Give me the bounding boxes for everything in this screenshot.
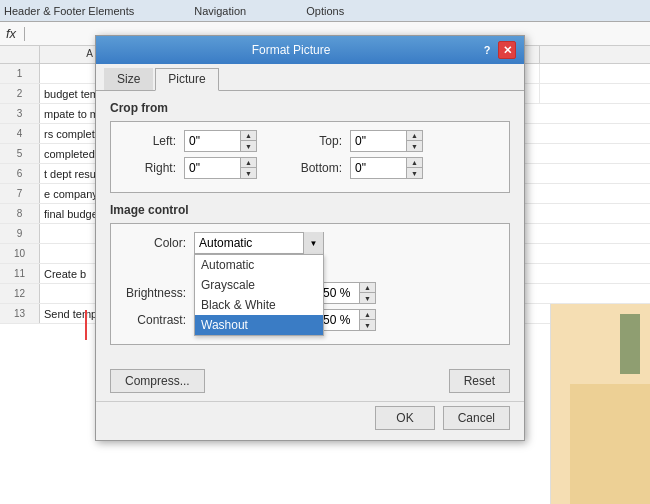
- image-shape: [570, 384, 650, 504]
- row-num: 13: [0, 304, 40, 323]
- color-option-bw[interactable]: Black & White: [195, 295, 323, 315]
- dialog-ok-cancel-row: OK Cancel: [96, 401, 524, 440]
- crop-top-row: Top: ▲ ▼: [287, 130, 423, 152]
- crop-right-label: Right:: [121, 161, 176, 175]
- row-num: 2: [0, 84, 40, 103]
- ok-button[interactable]: OK: [375, 406, 434, 430]
- contrast-input[interactable]: ▲ ▼: [318, 309, 376, 331]
- row-num: 4: [0, 124, 40, 143]
- image-control-section: Color: Automatic ▼ Automatic Grayscale B…: [110, 223, 510, 345]
- crop-top-down[interactable]: ▼: [407, 141, 422, 151]
- crop-top-label: Top:: [287, 134, 342, 148]
- dialog-tabs: Size Picture: [96, 64, 524, 91]
- compress-button[interactable]: Compress...: [110, 369, 205, 393]
- row-num: 12: [0, 284, 40, 303]
- crop-section: Left: ▲ ▼ Right:: [110, 121, 510, 193]
- row-num: 9: [0, 224, 40, 243]
- image-placeholder: [550, 304, 650, 504]
- cancel-button[interactable]: Cancel: [443, 406, 510, 430]
- color-dropdown-list: Automatic Grayscale Black & White Washou…: [194, 254, 324, 336]
- crop-bottom-row: Bottom: ▲ ▼: [287, 157, 423, 179]
- crop-right-input[interactable]: ▲ ▼: [184, 157, 257, 179]
- crop-section-label: Crop from: [110, 101, 510, 115]
- ribbon-bar: Header & Footer Elements Navigation Opti…: [0, 0, 650, 22]
- crop-right-up[interactable]: ▲: [241, 158, 256, 168]
- ribbon-section-2: Navigation: [194, 5, 246, 17]
- brightness-up[interactable]: ▲: [360, 283, 375, 293]
- dialog-titlebar: Format Picture ? ✕: [96, 36, 524, 64]
- dialog-footer-row: Compress... Reset: [96, 365, 524, 401]
- color-option-automatic[interactable]: Automatic: [195, 255, 323, 275]
- help-button[interactable]: ?: [478, 41, 496, 59]
- ribbon-section-1: Header & Footer Elements: [4, 5, 134, 17]
- contrast-label: Contrast:: [121, 313, 186, 327]
- ribbon-section-3: Options: [306, 5, 344, 17]
- color-row: Color: Automatic ▼ Automatic Grayscale B…: [121, 232, 499, 254]
- color-selected-value: Automatic: [195, 236, 303, 250]
- crop-left-label: Left:: [121, 134, 176, 148]
- color-dropdown-container: Automatic ▼ Automatic Grayscale Black & …: [194, 232, 324, 254]
- crop-left-input[interactable]: ▲ ▼: [184, 130, 257, 152]
- crop-left-down[interactable]: ▼: [241, 141, 256, 151]
- crop-top-spinners: ▲ ▼: [406, 131, 422, 151]
- crop-bottom-input[interactable]: ▲ ▼: [350, 157, 423, 179]
- close-button[interactable]: ✕: [498, 41, 516, 59]
- crop-bottom-down[interactable]: ▼: [407, 168, 422, 178]
- image-control-section-label: Image control: [110, 203, 510, 217]
- row-num: 5: [0, 144, 40, 163]
- column-indicator: [85, 310, 87, 340]
- crop-left-up[interactable]: ▲: [241, 131, 256, 141]
- row-num: 6: [0, 164, 40, 183]
- crop-right-field[interactable]: [185, 158, 240, 178]
- brightness-input[interactable]: ▲ ▼: [318, 282, 376, 304]
- tab-size[interactable]: Size: [104, 68, 153, 90]
- crop-top-input[interactable]: ▲ ▼: [350, 130, 423, 152]
- tab-picture[interactable]: Picture: [155, 68, 218, 91]
- image-accent: [620, 314, 640, 374]
- contrast-down[interactable]: ▼: [360, 320, 375, 330]
- crop-bottom-spinners: ▲ ▼: [406, 158, 422, 178]
- crop-bottom-label: Bottom:: [287, 161, 342, 175]
- dialog-content: Crop from Left: ▲ ▼: [96, 91, 524, 365]
- row-num: 7: [0, 184, 40, 203]
- brightness-field[interactable]: [319, 283, 359, 303]
- crop-top-up[interactable]: ▲: [407, 131, 422, 141]
- row-num: 11: [0, 264, 40, 283]
- brightness-spinners: ▲ ▼: [359, 283, 375, 303]
- row-num-header: [0, 46, 40, 63]
- crop-bottom-up[interactable]: ▲: [407, 158, 422, 168]
- titlebar-right-controls: ? ✕: [478, 41, 516, 59]
- color-option-grayscale[interactable]: Grayscale: [195, 275, 323, 295]
- contrast-field[interactable]: [319, 310, 359, 330]
- crop-bottom-field[interactable]: [351, 158, 406, 178]
- brightness-label: Brightness:: [121, 286, 186, 300]
- crop-right-spinners: ▲ ▼: [240, 158, 256, 178]
- row-num: 8: [0, 204, 40, 223]
- format-picture-dialog: Format Picture ? ✕ Size Picture Crop fro…: [95, 35, 525, 441]
- color-option-washout[interactable]: Washout: [195, 315, 323, 335]
- row-num: 1: [0, 64, 40, 83]
- crop-right-down[interactable]: ▼: [241, 168, 256, 178]
- row-num: 3: [0, 104, 40, 123]
- color-select-display[interactable]: Automatic ▼: [194, 232, 324, 254]
- dialog-title: Format Picture: [104, 43, 478, 57]
- row-num: 10: [0, 244, 40, 263]
- reset-button[interactable]: Reset: [449, 369, 510, 393]
- brightness-down[interactable]: ▼: [360, 293, 375, 303]
- crop-left-field[interactable]: [185, 131, 240, 151]
- crop-left-row: Left: ▲ ▼: [121, 130, 257, 152]
- color-dropdown-arrow[interactable]: ▼: [303, 232, 323, 254]
- color-label: Color:: [121, 236, 186, 250]
- contrast-up[interactable]: ▲: [360, 310, 375, 320]
- crop-top-field[interactable]: [351, 131, 406, 151]
- crop-left-spinners: ▲ ▼: [240, 131, 256, 151]
- contrast-spinners: ▲ ▼: [359, 310, 375, 330]
- crop-right-row: Right: ▲ ▼: [121, 157, 257, 179]
- fx-label: fx: [6, 26, 16, 41]
